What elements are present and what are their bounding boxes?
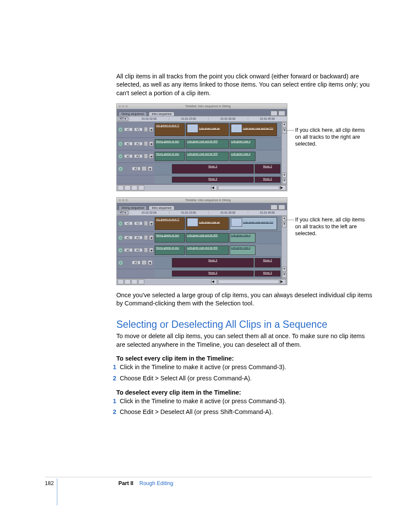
track-header-a1[interactable]: ● a1 A1 ⎕ ◉ <box>117 232 155 244</box>
toggle-button[interactable] <box>118 279 124 284</box>
audio-clip[interactable]: Lola gives coat and tie WS <box>186 152 229 161</box>
audio-clip[interactable]: Music 2 <box>172 177 254 183</box>
rt-button[interactable]: RT ▾ <box>118 211 128 215</box>
video-clip[interactable]: Lola gives coat an <box>186 123 229 136</box>
track-header-a4[interactable] <box>117 269 155 278</box>
lock-icon[interactable]: ⎕ <box>144 248 148 252</box>
audio-clip[interactable]: Lola gives coat a <box>230 246 255 255</box>
scroll-down-icon[interactable]: ▼ <box>282 128 286 134</box>
toggle-button[interactable] <box>131 279 137 284</box>
lock-icon[interactable]: ⎕ <box>144 221 148 226</box>
audio-clip[interactable]: Lola gives coat and tie WS <box>186 233 229 243</box>
track-enable-icon[interactable]: ● <box>118 235 123 240</box>
video-clip[interactable]: Lola gives coat an <box>186 217 229 230</box>
lock-icon[interactable]: ⎕ <box>144 127 148 132</box>
audio-clip[interactable]: Music 2 <box>255 258 280 268</box>
track-row-v1[interactable]: ncy greets at door C Lola gives coat an … <box>155 216 281 232</box>
audio-clip[interactable]: Music 2 <box>255 164 280 174</box>
audio-clip[interactable]: Nancy greets at doo <box>155 139 185 149</box>
track-header-v1[interactable]: ● v1 V1 ⎕ ◉ <box>117 216 155 232</box>
track-enable-icon[interactable]: ● <box>118 127 123 132</box>
scroll-left-icon[interactable]: ◀ <box>211 185 217 190</box>
track-enable-icon[interactable]: ● <box>118 166 123 171</box>
horizontal-scrollbar[interactable] <box>218 186 279 190</box>
track-header-a2[interactable]: ● a2 A2 ⎕ ◉ <box>117 150 155 163</box>
track-header-a3[interactable]: ● A3 ⎕ ◉ <box>117 257 155 269</box>
track-header-a3[interactable]: ● A3 ⎕ ◉ <box>117 163 155 175</box>
lock-icon[interactable]: ⎕ <box>144 154 148 159</box>
scroll-up-icon[interactable]: ▲ <box>282 267 286 272</box>
scroll-down-icon[interactable]: ▼ <box>282 273 286 278</box>
scroll-left-icon[interactable]: ◀ <box>211 279 217 284</box>
scroll-down-icon[interactable]: ▼ <box>282 179 286 184</box>
tab-intro[interactable]: Intro sequence <box>149 205 174 210</box>
track-enable-icon[interactable]: ● <box>118 141 123 146</box>
audio-clip[interactable]: Music 2 <box>172 271 254 277</box>
track-enable-icon[interactable]: ● <box>118 260 123 265</box>
mute-icon[interactable]: ◉ <box>149 154 153 159</box>
toggle-button[interactable] <box>125 185 131 190</box>
video-clip[interactable]: Lola gives coat and tie CU <box>230 123 277 136</box>
lock-icon[interactable]: ⎕ <box>142 260 146 265</box>
track-enable-icon[interactable]: ● <box>118 154 123 159</box>
mute-icon[interactable]: ◉ <box>149 235 153 240</box>
mute-icon[interactable]: ◉ <box>149 221 153 226</box>
audio-clip[interactable]: Music 2 <box>172 258 254 268</box>
toolbar-button[interactable] <box>271 205 277 210</box>
mute-icon[interactable]: ◉ <box>148 166 153 171</box>
toggle-button[interactable] <box>138 279 144 284</box>
track-enable-icon[interactable]: ● <box>118 248 123 253</box>
lock-icon[interactable]: ⎕ <box>144 141 148 146</box>
track-header-a4[interactable] <box>117 175 155 184</box>
mute-icon[interactable]: ◉ <box>148 260 153 265</box>
scroll-right-icon[interactable]: ▶ <box>280 185 286 190</box>
toolbar-button[interactable] <box>271 111 277 116</box>
mute-icon[interactable]: ◉ <box>149 141 153 146</box>
tab-dining[interactable]: Dining sequence <box>118 205 147 210</box>
tab-dining[interactable]: Dining sequence <box>118 112 147 116</box>
toggle-button[interactable] <box>118 185 124 190</box>
audio-clip[interactable]: Music 2 <box>255 271 280 277</box>
scroll-right-icon[interactable]: ▶ <box>280 279 286 284</box>
toggle-button[interactable] <box>125 279 131 284</box>
tab-intro[interactable]: Intro sequence <box>149 112 174 116</box>
mute-icon[interactable]: ◉ <box>149 127 153 132</box>
rt-button[interactable]: RT ▾ <box>118 117 128 121</box>
audio-clip[interactable]: Nancy greets at doo <box>155 246 185 255</box>
track-row-a1[interactable]: Nancy greets at doo Lola gives coat and … <box>155 138 281 150</box>
tracks-area[interactable]: ncy greets at door C Lola gives coat an … <box>155 216 281 278</box>
toolbar-button[interactable] <box>278 205 285 210</box>
mute-icon[interactable]: ◉ <box>149 248 153 252</box>
track-row-a4[interactable]: Music 2 Music 2 <box>155 175 281 184</box>
audio-clip[interactable]: Lola gives coat a <box>230 233 255 243</box>
track-row-a4[interactable]: Music 2 Music 2 <box>155 269 281 278</box>
video-clip[interactable]: Lola gives coat and tie CU <box>230 217 277 230</box>
video-clip[interactable]: ncy greets at door C <box>155 123 185 136</box>
audio-clip[interactable]: Lola gives coat a <box>230 139 255 149</box>
track-row-a2[interactable]: Nancy greets at doo Lola gives coat and … <box>155 150 281 163</box>
track-header-v1[interactable]: ● v1 V1 ⎕ ◉ <box>117 122 155 138</box>
toggle-button[interactable] <box>131 185 137 190</box>
audio-clip[interactable]: Music 2 <box>255 177 280 183</box>
track-header-a2[interactable]: ● a2 A2 ⎕ ◉ <box>117 244 155 257</box>
video-clip[interactable]: ncy greets at door C <box>155 217 185 230</box>
track-enable-icon[interactable]: ● <box>118 221 123 226</box>
lock-icon[interactable]: ⎕ <box>142 166 146 171</box>
vertical-scrollbar[interactable]: ▲ ▼ ▲ ▼ <box>281 122 287 184</box>
track-header-a1[interactable]: ● a1 A1 ⎕ ◉ <box>117 138 155 150</box>
track-row-a1[interactable]: Nancy greets at doo Lola gives coat and … <box>155 232 281 244</box>
toolbar-button[interactable] <box>278 111 285 116</box>
track-row-a3[interactable]: Music 2 Music 2 <box>155 257 281 269</box>
toggle-button[interactable] <box>138 185 144 190</box>
track-row-a3[interactable]: Music 2 Music 2 <box>155 163 281 175</box>
scroll-up-icon[interactable]: ▲ <box>282 216 286 221</box>
horizontal-scrollbar[interactable] <box>218 280 279 284</box>
audio-clip[interactable]: Nancy greets at doo <box>155 152 185 161</box>
track-row-a2[interactable]: Nancy greets at doo Lola gives coat and … <box>155 244 281 257</box>
scroll-up-icon[interactable]: ▲ <box>282 173 286 178</box>
audio-clip[interactable]: Lola gives coat and tie WS <box>186 246 229 255</box>
audio-clip[interactable]: Music 2 <box>172 164 254 174</box>
track-row-v1[interactable]: ncy greets at door C Lola gives coat an … <box>155 122 281 138</box>
scroll-down-icon[interactable]: ▼ <box>282 222 286 227</box>
tracks-area[interactable]: ncy greets at door C Lola gives coat an … <box>155 122 281 184</box>
